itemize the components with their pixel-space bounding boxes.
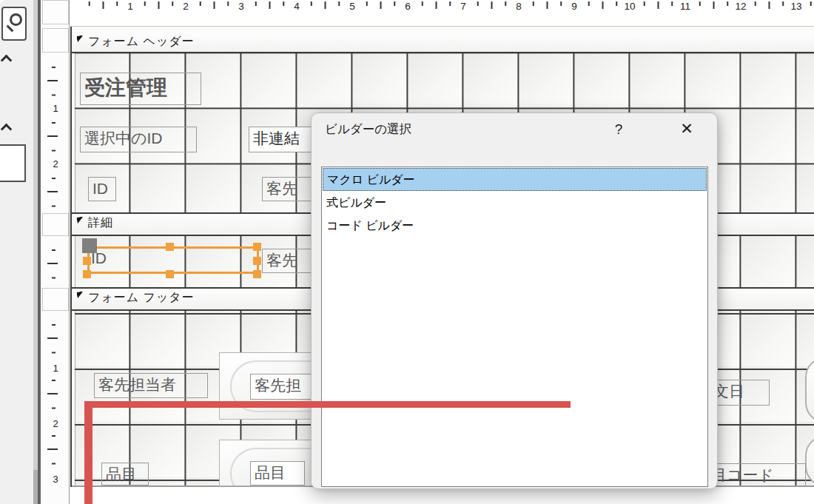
- vruler-ticks-header: [41, 53, 70, 212]
- vruler-number: 1: [41, 103, 70, 114]
- access-form-design-view: フォーム ヘッダー 詳細 フォーム フッター 1 2 3 4 5 6 7 8 9…: [0, 0, 814, 504]
- hruler-number: 5: [343, 1, 361, 12]
- ruler-corner-box: [42, 0, 69, 24]
- resize-handle-bottom[interactable]: [166, 270, 174, 278]
- close-icon[interactable]: ✕: [676, 120, 698, 138]
- sidebar-box: [0, 144, 26, 182]
- builder-listbox[interactable]: マクロ ビルダー 式ビルダー コード ビルダー: [321, 167, 708, 487]
- hruler-number: 7: [454, 1, 472, 12]
- area-below-form: [70, 487, 814, 504]
- form-title-label[interactable]: 受注管理: [80, 73, 201, 105]
- section-arrow-icon: [76, 35, 84, 42]
- vruler-number: 2: [41, 418, 70, 429]
- window-edge-line: [38, 0, 41, 504]
- item-label[interactable]: 品目: [101, 463, 149, 485]
- ruler-section-box-detail: [42, 213, 69, 236]
- hruler-number: 10: [621, 1, 639, 12]
- hruler-number: 13: [787, 1, 805, 12]
- selected-id-label[interactable]: 選択中のID: [80, 127, 197, 152]
- hruler-number: 8: [510, 1, 528, 12]
- ruler-section-box-footer: [42, 288, 69, 311]
- resize-handle-right[interactable]: [253, 257, 261, 265]
- hruler-number: 4: [288, 1, 306, 12]
- left-sidebar: [0, 0, 33, 504]
- ruler-gap-box: [42, 28, 69, 53]
- id-label-header[interactable]: ID: [88, 177, 116, 201]
- help-button[interactable]: ?: [609, 121, 628, 138]
- order-date-label[interactable]: 文日: [709, 380, 770, 406]
- section-arrow-icon: [76, 216, 84, 224]
- vruler-number: 1: [41, 363, 70, 374]
- resize-handle-top[interactable]: [166, 243, 174, 251]
- hruler-number: 6: [399, 1, 417, 12]
- item-code-label[interactable]: 目コード: [707, 463, 806, 486]
- hruler-number: 12: [732, 1, 750, 12]
- vruler-ticks-detail: [41, 236, 70, 287]
- magnifier-icon: [10, 13, 22, 26]
- section-arrow-icon: [76, 291, 84, 298]
- resize-handle-bottom-right[interactable]: [253, 270, 261, 278]
- vruler-number: 2: [41, 158, 70, 169]
- customer-rep-label[interactable]: 客先担当者: [94, 373, 208, 398]
- dialog-title: ビルダーの選択: [325, 121, 411, 138]
- annotation-line-horizontal: [84, 401, 571, 408]
- list-item-code-builder[interactable]: コード ビルダー: [323, 215, 707, 237]
- hruler-number: 3: [232, 1, 250, 12]
- resize-handle-top-right[interactable]: [253, 243, 261, 251]
- item-combo-label[interactable]: 品目: [250, 461, 305, 485]
- magnifier-icon-handle: [7, 25, 14, 33]
- section-label: 詳細: [88, 215, 113, 231]
- choose-builder-dialog: ビルダーの選択 ? ✕ マクロ ビルダー 式ビルダー コード ビルダー: [311, 112, 718, 489]
- vruler-number: 3: [41, 474, 70, 485]
- list-item-macro-builder[interactable]: マクロ ビルダー: [323, 168, 707, 191]
- hruler-number: 2: [177, 1, 195, 12]
- annotation-line-vertical: [84, 401, 92, 504]
- hruler-number: 1: [121, 1, 139, 12]
- sidebar-divider-shade: [33, 470, 38, 504]
- list-item-expression-builder[interactable]: 式ビルダー: [323, 192, 707, 214]
- move-handle[interactable]: [82, 238, 97, 253]
- resize-handle-bottom-left[interactable]: [83, 270, 91, 278]
- section-bar-form-header[interactable]: フォーム ヘッダー: [72, 33, 814, 53]
- section-label: フォーム フッター: [88, 290, 195, 306]
- resize-handle-left[interactable]: [83, 257, 91, 265]
- hruler-number: 11: [676, 1, 694, 12]
- hruler-number: 9: [565, 1, 583, 12]
- section-label: フォーム ヘッダー: [88, 34, 195, 50]
- customer-rep-combo-label[interactable]: 客先担: [250, 374, 318, 400]
- unbound-textbox[interactable]: 非連結: [249, 127, 315, 152]
- vruler-ticks-footer: [41, 311, 70, 486]
- magnifier-button[interactable]: [1, 7, 27, 41]
